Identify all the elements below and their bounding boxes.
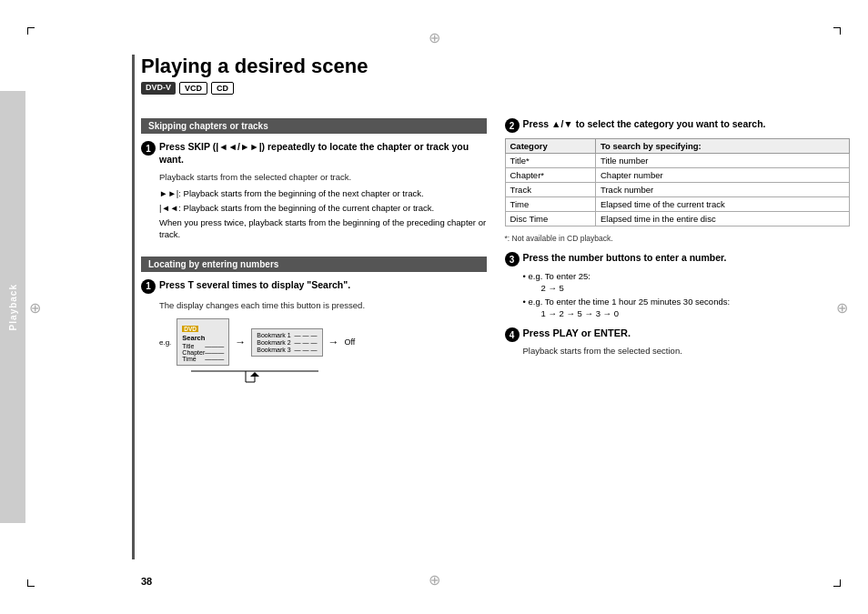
eg-label: e.g. bbox=[159, 338, 171, 347]
step4-text: Press PLAY or ENTER. bbox=[523, 327, 631, 338]
step1-bullet3: When you press twice, playback starts fr… bbox=[159, 216, 487, 241]
step1-text: Press SKIP (|◄◄/►►|) repeatedly to locat… bbox=[159, 141, 487, 166]
step1-locate-text: Press T several times to display "Search… bbox=[159, 279, 487, 292]
svg-marker-1 bbox=[250, 372, 259, 377]
diagram-underline bbox=[191, 369, 487, 388]
step3-row: 3 Press the number buttons to enter a nu… bbox=[505, 252, 851, 267]
step1-sub1: Playback starts from the selected chapte… bbox=[159, 171, 487, 183]
table-row: Time Elapsed time of the current track bbox=[505, 197, 850, 212]
title-row: Title——— bbox=[182, 343, 224, 349]
reg-mark-left: ⊕ bbox=[29, 298, 41, 316]
table-header-search: To search by specifying: bbox=[596, 139, 850, 154]
step1-locate-sub: The display changes each time this butto… bbox=[159, 299, 487, 311]
format-badges: DVD-V VCD CD bbox=[141, 82, 850, 95]
dvd-badge: DVD bbox=[182, 326, 198, 332]
accent-line bbox=[132, 55, 135, 559]
time-row: Time——— bbox=[182, 356, 224, 362]
eg1-value: 2 → 5 bbox=[541, 283, 851, 293]
search-table: Category To search by specifying: Title*… bbox=[505, 138, 851, 226]
reg-mark-top: ⊕ bbox=[429, 29, 440, 46]
content-columns: Skipping chapters or tracks 1 Press SKIP… bbox=[141, 118, 850, 596]
step1-locate: 1 Press T several times to display "Sear… bbox=[141, 279, 487, 294]
display-box-left: DVD Search Title——— Chapter——— Time——— bbox=[177, 318, 229, 366]
eg1-label: • e.g. To enter 25: bbox=[523, 271, 851, 281]
step1-skip: 1 Press SKIP (|◄◄/►►|) repeatedly to loc… bbox=[141, 141, 487, 166]
table-row: Chapter* Chapter number bbox=[505, 168, 850, 183]
table-cell: Disc Time bbox=[505, 212, 596, 226]
corner-mark-tr bbox=[833, 27, 841, 35]
display-box-right: Bookmark 1— — — Bookmark 2— — — Bookmark… bbox=[251, 328, 322, 357]
section-locate-header: Locating by entering numbers bbox=[141, 257, 487, 272]
left-column: Skipping chapters or tracks 1 Press SKIP… bbox=[141, 118, 487, 596]
table-cell: Elapsed time in the entire disc bbox=[596, 212, 850, 226]
step2-row: 2 Press ▲/▼ to select the category you w… bbox=[505, 118, 851, 133]
table-cell: Title* bbox=[505, 154, 596, 168]
table-cell: Elapsed time of the current track bbox=[596, 197, 850, 212]
bookmark1-row: Bookmark 1— — — bbox=[257, 332, 317, 338]
sidebar: Playback bbox=[0, 91, 25, 523]
table-note: *: Not available in CD playback. bbox=[505, 234, 851, 243]
corner-mark-bl bbox=[27, 579, 35, 587]
arrow-icon: → bbox=[235, 336, 246, 348]
eg2-value: 1 → 2 → 5 → 3 → 0 bbox=[541, 308, 851, 318]
display-diagram: e.g. DVD Search Title——— Chapter——— Time… bbox=[159, 318, 469, 366]
table-row: Title* Title number bbox=[505, 154, 850, 168]
section-skip-header: Skipping chapters or tracks bbox=[141, 118, 487, 134]
diagram-arrow-svg bbox=[191, 369, 318, 386]
arrow2-icon: → bbox=[328, 336, 339, 348]
step1-bullet2: |◄◄: Playback starts from the beginning … bbox=[159, 202, 487, 214]
table-cell: Track number bbox=[596, 183, 850, 197]
page-number: 38 bbox=[141, 576, 152, 587]
table-cell: Track bbox=[505, 183, 596, 197]
table-cell: Chapter* bbox=[505, 168, 596, 183]
table-row: Track Track number bbox=[505, 183, 850, 197]
badge-cd: CD bbox=[211, 82, 234, 95]
step3-text: Press the number buttons to enter a numb… bbox=[523, 252, 851, 265]
corner-mark-tl bbox=[27, 27, 35, 35]
table-cell: Title number bbox=[596, 154, 850, 168]
table-cell: Chapter number bbox=[596, 168, 850, 183]
chapter-row: Chapter——— bbox=[182, 349, 224, 356]
search-label: Search bbox=[182, 334, 224, 342]
table-cell: Time bbox=[505, 197, 596, 212]
step1-locate-circle: 1 bbox=[141, 279, 156, 294]
eg2-label: • e.g. To enter the time 1 hour 25 minut… bbox=[523, 297, 851, 307]
page-title: Playing a desired scene bbox=[141, 55, 850, 78]
step1-circle: 1 bbox=[141, 141, 156, 156]
step2-text: Press ▲/▼ to select the category you wan… bbox=[523, 118, 851, 131]
step4-circle: 4 bbox=[505, 327, 520, 342]
right-column: 2 Press ▲/▼ to select the category you w… bbox=[505, 118, 851, 596]
step1-bullet1: ►►|: Playback starts from the beginning … bbox=[159, 187, 487, 199]
off-label: Off bbox=[345, 337, 356, 347]
table-header-category: Category bbox=[505, 139, 596, 154]
gap1 bbox=[141, 244, 487, 257]
step3-circle: 3 bbox=[505, 252, 520, 267]
page-title-area: Playing a desired scene DVD-V VCD CD bbox=[141, 55, 850, 95]
step4-row: 4 Press PLAY or ENTER. bbox=[505, 327, 851, 342]
sidebar-label: Playback bbox=[8, 284, 18, 330]
bookmark2-row: Bookmark 2— — — bbox=[257, 339, 317, 346]
step4-sub: Playback starts from the selected sectio… bbox=[523, 346, 851, 356]
bookmark3-row: Bookmark 3— — — bbox=[257, 347, 317, 353]
step2-circle: 2 bbox=[505, 118, 520, 133]
table-row: Disc Time Elapsed time in the entire dis… bbox=[505, 212, 850, 226]
badge-dvdv: DVD-V bbox=[141, 82, 176, 95]
badge-vcd: VCD bbox=[179, 82, 207, 95]
